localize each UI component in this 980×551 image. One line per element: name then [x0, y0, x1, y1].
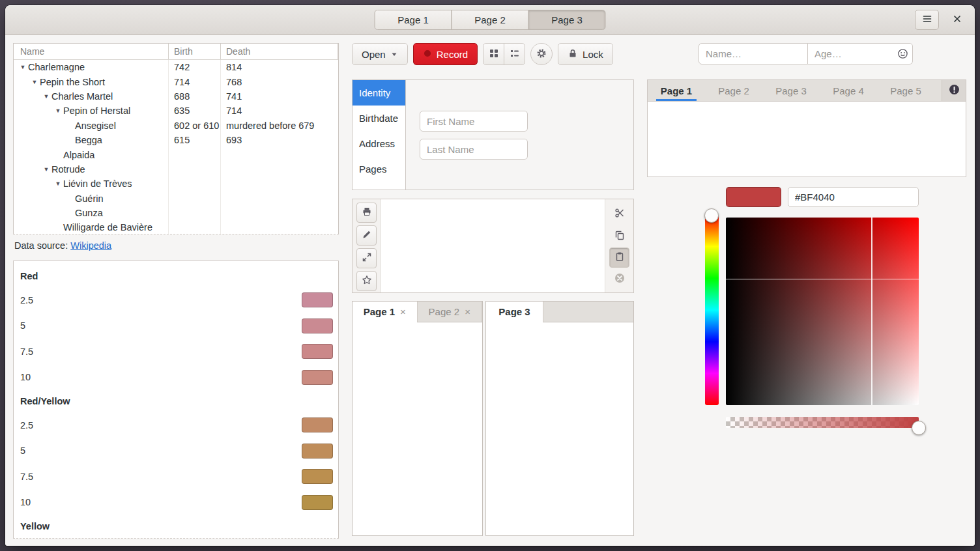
table-row[interactable]: Begga615693 — [14, 133, 338, 147]
tab-page-1[interactable]: Page 1 — [648, 80, 705, 101]
text-view[interactable] — [352, 199, 634, 293]
column-header-birth[interactable]: Birth — [169, 44, 221, 59]
column-header-name[interactable]: Name — [14, 44, 169, 59]
sidebar-item-pages[interactable]: Pages — [353, 156, 405, 182]
list-view-button[interactable] — [504, 43, 525, 65]
tree-name-text: Begga — [75, 135, 102, 145]
exclamation-circle-icon — [949, 84, 960, 97]
tab-page-1[interactable]: Page 1× — [353, 302, 418, 322]
color-section-heading: Red/Yellow — [14, 390, 338, 412]
tree-death-cell: 714 — [221, 104, 338, 118]
table-row[interactable]: ▼Charlemagne742814 — [14, 60, 338, 74]
edit-button[interactable] — [356, 225, 377, 246]
name-field[interactable] — [699, 43, 808, 64]
last-name-field[interactable] — [420, 139, 528, 160]
open-button-label: Open — [362, 49, 386, 60]
error-indicator-button[interactable] — [942, 80, 966, 101]
table-row[interactable]: Ansegisel602 or 610murdered before 679 — [14, 119, 338, 133]
tree-name-text: Rotrude — [51, 164, 85, 175]
cut-button[interactable] — [610, 205, 629, 224]
tree-expander-icon[interactable]: ▼ — [53, 180, 63, 187]
color-list-item[interactable]: 7.5 — [14, 339, 338, 365]
notebooks: Page 1×Page 2× Page 3 — [352, 301, 634, 536]
pages-tab-content[interactable] — [647, 102, 966, 177]
color-list-item[interactable]: 2.5 — [14, 412, 338, 438]
menu-button[interactable] — [915, 10, 939, 30]
tree-death-cell: 814 — [221, 60, 338, 74]
grid-view-button[interactable] — [483, 43, 504, 65]
color-list: Red2.557.510Red/Yellow2.557.510Yellow — [13, 261, 339, 539]
tab-page-3[interactable]: Page 3 — [486, 302, 543, 322]
tree-expander-icon[interactable]: ▼ — [53, 107, 63, 114]
sidebar-item-identity[interactable]: Identity — [353, 80, 405, 106]
tab-page-4[interactable]: Page 4 — [820, 80, 877, 101]
paste-button[interactable] — [609, 247, 629, 268]
header-tab-page-3[interactable]: Page 3 — [528, 10, 606, 30]
tab-page-3[interactable]: Page 3 — [762, 80, 820, 101]
table-row[interactable]: Gunza — [14, 206, 338, 220]
header-tab-page-1[interactable]: Page 1 — [375, 10, 452, 30]
tree-expander-icon[interactable]: ▼ — [29, 79, 40, 85]
delete-button[interactable] — [610, 270, 629, 289]
table-row[interactable]: Alpaida — [14, 147, 338, 162]
open-button[interactable]: Open — [352, 43, 408, 65]
record-button[interactable]: Record — [413, 43, 478, 65]
hue-slider[interactable] — [705, 215, 719, 405]
saturation-value-plane[interactable] — [726, 218, 919, 405]
wikipedia-link[interactable]: Wikipedia — [70, 240, 111, 251]
sidebar-item-address[interactable]: Address — [353, 131, 405, 156]
color-list-item[interactable]: 2.5 — [14, 287, 338, 313]
table-row[interactable]: Guérin — [14, 191, 338, 206]
table-row[interactable]: ▼Pepin of Herstal635714 — [14, 104, 338, 118]
tree-name-text: Ansegisel — [75, 120, 116, 131]
middle-column: Open Record — [352, 36, 634, 546]
color-section-heading: Yellow — [14, 515, 338, 537]
pencil-icon — [362, 229, 372, 242]
hue-slider-handle[interactable] — [704, 208, 719, 223]
alpha-slider-handle[interactable] — [912, 421, 926, 435]
tab-page-2[interactable]: Page 2× — [418, 302, 483, 322]
star-icon — [362, 275, 372, 287]
color-swatch-button[interactable] — [726, 187, 781, 207]
first-name-field[interactable] — [420, 111, 528, 132]
close-button[interactable] — [949, 12, 966, 29]
tree-birth-cell: 615 — [169, 133, 221, 147]
tree-expander-icon[interactable]: ▼ — [18, 64, 28, 70]
alpha-slider[interactable] — [726, 417, 919, 428]
tree-expander-icon[interactable]: ▼ — [41, 93, 51, 100]
table-row[interactable]: ▼Rotrude — [14, 162, 338, 177]
data-source-label: Data source: — [14, 240, 68, 251]
tree-name-text: Pepin of Herstal — [63, 106, 130, 116]
fullscreen-button[interactable] — [356, 248, 377, 268]
tree-expander-icon[interactable]: ▼ — [41, 166, 51, 173]
left-notebook-page[interactable] — [353, 322, 482, 535]
column-header-death[interactable]: Death — [221, 44, 338, 59]
sidebar-item-birthdate[interactable]: Birthdate — [353, 106, 405, 131]
hamburger-icon — [922, 14, 932, 26]
right-notebook-page[interactable] — [486, 322, 633, 535]
print-button[interactable] — [356, 203, 377, 223]
tree-name-cell: ▼Liévin de Trèves — [14, 177, 169, 191]
header-tab-page-2[interactable]: Page 2 — [452, 10, 529, 30]
tab-page-5[interactable]: Page 5 — [877, 80, 934, 101]
color-list-item[interactable]: 10 — [14, 365, 338, 391]
tab-close-icon[interactable]: × — [465, 307, 470, 317]
color-list-item[interactable]: 10 — [14, 490, 338, 516]
color-list-item[interactable]: 5 — [14, 313, 338, 339]
favorite-button[interactable] — [356, 271, 377, 291]
settings-button[interactable] — [530, 43, 553, 65]
color-list-item[interactable]: 5 — [14, 438, 338, 464]
color-list-item[interactable]: 7.5 — [14, 464, 338, 490]
table-row[interactable]: ▼Pepin the Short714768 — [14, 74, 338, 89]
color-item-label: 7.5 — [20, 472, 302, 482]
color-hex-field[interactable] — [788, 187, 919, 207]
copy-button[interactable] — [610, 227, 629, 246]
table-row[interactable]: ▼Liévin de Trèves — [14, 177, 338, 191]
tab-close-icon[interactable]: × — [400, 307, 406, 317]
lock-button[interactable]: Lock — [558, 43, 613, 65]
table-row[interactable]: ▼Charles Martel688741 — [14, 89, 338, 104]
table-row[interactable]: Willigarde de Bavière — [14, 220, 338, 234]
emoji-icon[interactable] — [897, 48, 908, 62]
color-item-label: 10 — [20, 497, 302, 507]
tab-page-2[interactable]: Page 2 — [705, 80, 762, 101]
